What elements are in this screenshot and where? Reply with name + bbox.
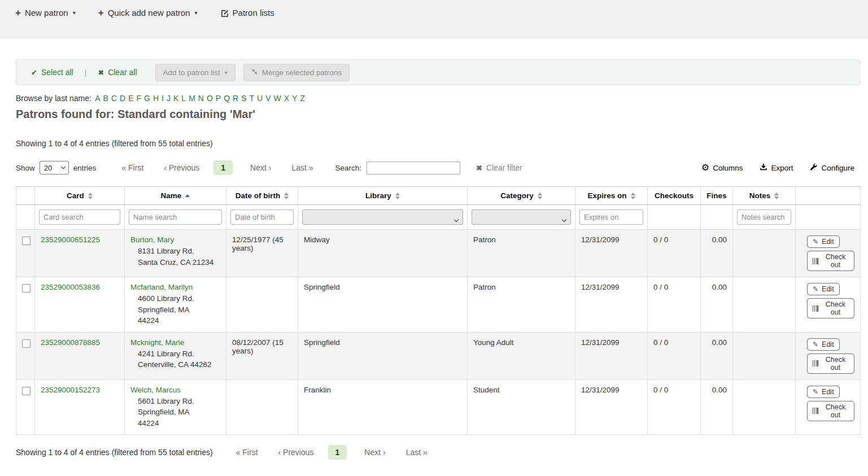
clear-filter-button[interactable]: ✖ Clear filter [476, 163, 522, 172]
letter-link[interactable]: M [189, 94, 195, 103]
letter-link[interactable]: X [284, 94, 289, 103]
add-to-patron-list-button[interactable]: Add to patron list ▾ [155, 64, 235, 81]
check-out-button[interactable]: Check out [807, 353, 854, 374]
expires-filter-input[interactable] [579, 209, 643, 225]
letter-link[interactable]: O [207, 94, 213, 103]
letter-link[interactable]: N [198, 94, 204, 103]
current-page-button[interactable]: 1 [328, 445, 347, 460]
letter-link[interactable]: A [95, 94, 100, 103]
header-notes[interactable]: Notes [733, 187, 796, 205]
row-checkbox[interactable] [22, 237, 30, 245]
edit-button[interactable]: ✎Edit [807, 283, 840, 295]
letter-link[interactable]: K [173, 94, 178, 103]
letter-link[interactable]: L [181, 94, 186, 103]
card-number-link[interactable]: 23529000152273 [41, 386, 100, 394]
edit-button[interactable]: ✎Edit [807, 386, 840, 398]
columns-button[interactable]: ⚙ Columns [701, 163, 743, 172]
header-date-of-birth[interactable]: Date of birth [226, 187, 298, 205]
patron-row: 23529000651225 Burton, Mary 8131 Library… [16, 230, 861, 277]
card-number-link[interactable]: 23529000053836 [41, 283, 100, 291]
columns-label: Columns [713, 164, 743, 172]
patron-name-link[interactable]: Mcknight, Marie [130, 338, 184, 347]
header-library[interactable]: Library [298, 187, 468, 205]
card-number-link[interactable]: 23529000651225 [41, 235, 100, 244]
header-card[interactable]: Card [35, 187, 125, 205]
export-button[interactable]: Export [760, 163, 793, 173]
header-actions [796, 187, 861, 205]
notes-filter-input[interactable] [737, 209, 791, 225]
clear-all-button[interactable]: ✖ Clear all [98, 68, 137, 77]
fines-cell: 0.00 [701, 277, 733, 333]
patron-name-link[interactable]: Mcfarland, Marilyn [130, 283, 193, 291]
letter-link[interactable]: P [216, 94, 221, 103]
name-filter-input[interactable] [129, 209, 222, 225]
next-page-button[interactable]: Next › [358, 445, 391, 460]
letter-link[interactable]: E [128, 94, 133, 103]
letter-link[interactable]: R [233, 94, 238, 103]
check-out-button[interactable]: Check out [807, 251, 854, 271]
letter-link[interactable]: J [167, 94, 171, 103]
search-input[interactable] [367, 161, 460, 174]
edit-button[interactable]: ✎Edit [807, 338, 840, 351]
letter-link[interactable]: Z [300, 94, 305, 103]
letter-link[interactable]: T [250, 94, 255, 103]
row-checkbox[interactable] [22, 284, 30, 292]
previous-page-button[interactable]: ‹ Previous [158, 160, 206, 175]
page-size-select[interactable]: 20 [40, 161, 69, 174]
letter-link[interactable]: G [144, 94, 150, 103]
category-filter-select[interactable] [472, 209, 571, 225]
x-icon: ✖ [476, 164, 482, 172]
expires-cell: 12/31/2099 [575, 379, 648, 435]
row-checkbox[interactable] [22, 387, 30, 395]
chevron-down-icon: ▾ [73, 10, 76, 16]
dob-filter-input[interactable] [230, 209, 294, 225]
new-patron-button[interactable]: + New patron ▾ [15, 8, 76, 18]
barcode-icon [813, 258, 819, 264]
last-page-button[interactable]: Last » [285, 160, 319, 175]
letter-link[interactable]: I [162, 94, 164, 103]
last-page-button[interactable]: Last » [400, 445, 434, 460]
card-filter-input[interactable] [39, 209, 120, 225]
letter-link[interactable]: U [257, 94, 263, 103]
letter-link[interactable]: H [153, 94, 159, 103]
patron-lists-button[interactable]: Patron lists [220, 8, 274, 18]
merge-selected-patrons-button[interactable]: Merge selected patrons [243, 64, 350, 81]
chevron-down-icon: ▾ [225, 69, 228, 76]
current-page-button[interactable]: 1 [213, 160, 233, 175]
letter-link[interactable]: Y [292, 94, 297, 103]
header-expires-on[interactable]: Expires on [575, 187, 648, 205]
new-patron-label: New patron [25, 8, 68, 18]
first-page-button[interactable]: « First [115, 160, 150, 175]
check-icon: ✔ [31, 68, 37, 77]
letter-link[interactable]: S [241, 94, 246, 103]
filter-empty [796, 205, 861, 230]
patron-name-link[interactable]: Burton, Mary [130, 235, 174, 244]
select-all-label: Select all [41, 68, 73, 77]
letter-link[interactable]: C [111, 94, 117, 103]
first-page-button[interactable]: « First [230, 445, 264, 460]
sort-icon [395, 193, 400, 199]
letter-link[interactable]: Q [224, 94, 230, 103]
results-summary: Showing 1 to 4 of 4 entries (filtered fr… [16, 139, 860, 148]
check-out-button[interactable]: Check out [807, 401, 854, 421]
next-page-button[interactable]: Next › [244, 160, 277, 175]
library-filter-select[interactable] [302, 209, 463, 225]
letter-link[interactable]: B [103, 94, 108, 103]
patron-name-link[interactable]: Welch, Marcus [130, 386, 181, 394]
edit-button[interactable]: ✎Edit [807, 235, 840, 248]
dob-cell: 08/12/2007 (15 years) [226, 332, 298, 379]
row-checkbox[interactable] [22, 339, 30, 348]
letter-link[interactable]: V [265, 94, 271, 103]
filter-empty [701, 205, 733, 230]
previous-page-button[interactable]: ‹ Previous [272, 445, 320, 460]
header-category[interactable]: Category [468, 187, 575, 205]
header-name[interactable]: Name [125, 187, 226, 205]
quick-add-patron-button[interactable]: + Quick add new patron ▾ [98, 8, 198, 18]
card-number-link[interactable]: 23529000878885 [41, 338, 100, 347]
select-all-button[interactable]: ✔ Select all [31, 68, 73, 77]
check-out-button[interactable]: Check out [807, 298, 854, 318]
letter-link[interactable]: W [274, 94, 281, 103]
letter-link[interactable]: F [137, 94, 142, 103]
letter-link[interactable]: D [120, 94, 125, 103]
configure-button[interactable]: Configure [810, 163, 854, 173]
